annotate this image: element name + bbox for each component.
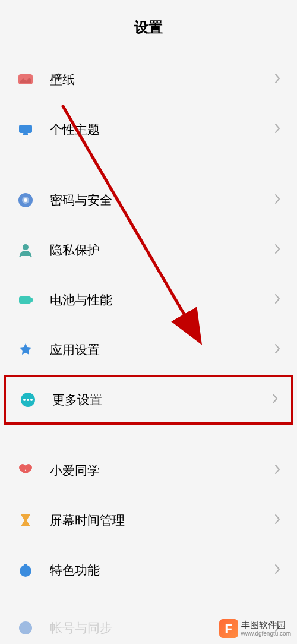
svg-rect-8	[31, 298, 33, 302]
settings-item-label: 电池与性能	[50, 292, 274, 308]
settings-item-xiaoai[interactable]: 小爱同学	[0, 446, 297, 495]
watermark-text: 丰图软件园 www.dgfengtu.com	[241, 620, 292, 637]
chevron-right-icon	[274, 514, 280, 528]
svg-rect-7	[19, 296, 31, 304]
chevron-right-icon	[274, 293, 280, 307]
chevron-right-icon	[274, 194, 280, 207]
settings-item-theme[interactable]: 个性主题	[0, 105, 297, 154]
section-gap	[0, 154, 297, 175]
wallpaper-icon	[17, 71, 34, 89]
settings-item-label: 特色功能	[50, 562, 274, 579]
apps-icon	[17, 341, 34, 359]
watermark-name: 丰图软件园	[241, 620, 292, 630]
svg-point-10	[23, 399, 26, 401]
settings-item-label: 隐私保护	[50, 242, 274, 258]
svg-point-17	[19, 621, 32, 634]
settings-item-security[interactable]: 密码与安全	[0, 175, 297, 225]
chevron-right-icon	[274, 123, 280, 137]
chevron-right-icon	[274, 73, 280, 87]
settings-item-more[interactable]: 更多设置	[4, 375, 293, 425]
section-gap	[0, 425, 297, 446]
chevron-right-icon	[274, 464, 280, 478]
settings-list: 壁纸 个性主题 密码与安全 隐私保护	[0, 55, 297, 640]
chevron-right-icon	[274, 564, 280, 577]
chevron-right-icon	[272, 393, 278, 407]
security-icon	[17, 191, 34, 209]
svg-rect-16	[24, 564, 27, 567]
svg-rect-2	[23, 133, 28, 135]
svg-point-6	[23, 244, 29, 250]
svg-point-11	[27, 399, 29, 401]
page-header: 设置	[0, 0, 297, 55]
settings-item-label: 密码与安全	[50, 192, 274, 209]
page-title: 设置	[0, 18, 297, 37]
settings-item-label: 个性主题	[50, 121, 274, 138]
theme-icon	[17, 121, 34, 138]
chevron-right-icon	[274, 244, 280, 257]
settings-item-label: 小爱同学	[50, 462, 274, 479]
account-icon	[17, 619, 34, 637]
svg-point-12	[30, 399, 33, 401]
more-icon	[19, 391, 37, 409]
settings-item-privacy[interactable]: 隐私保护	[0, 225, 297, 275]
settings-item-label: 壁纸	[50, 71, 274, 88]
settings-item-battery[interactable]: 电池与性能	[0, 275, 297, 325]
section-gap	[0, 595, 297, 616]
svg-point-14	[25, 464, 32, 471]
chevron-right-icon	[274, 343, 280, 357]
settings-item-wallpaper[interactable]: 壁纸	[0, 55, 297, 105]
settings-item-apps[interactable]: 应用设置	[0, 325, 297, 375]
battery-icon	[17, 291, 34, 309]
xiaoai-icon	[17, 462, 34, 479]
settings-item-label: 屏幕时间管理	[50, 512, 274, 529]
svg-rect-1	[19, 125, 32, 133]
privacy-icon	[17, 241, 34, 259]
features-icon	[17, 561, 34, 579]
screentime-icon	[17, 512, 34, 529]
settings-item-features[interactable]: 特色功能	[0, 545, 297, 595]
svg-point-5	[24, 198, 27, 202]
watermark-url: www.dgfengtu.com	[241, 630, 292, 637]
watermark-logo: F	[219, 619, 238, 638]
settings-item-label: 应用设置	[50, 342, 274, 358]
settings-item-label: 更多设置	[52, 392, 272, 408]
settings-item-screentime[interactable]: 屏幕时间管理	[0, 495, 297, 545]
watermark: F 丰图软件园 www.dgfengtu.com	[219, 619, 292, 638]
